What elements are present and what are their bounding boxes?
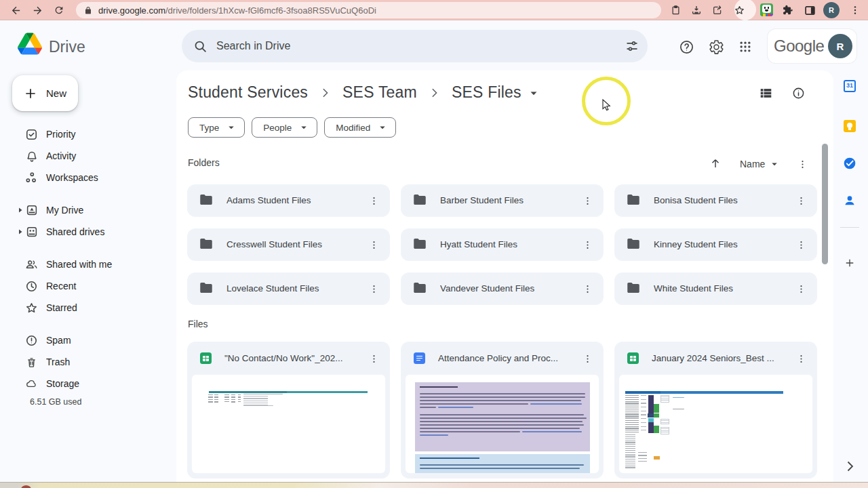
browser-reload-button[interactable] [50,1,68,19]
filter-chip-people[interactable]: People [252,117,317,138]
drive-logo[interactable] [18,33,42,55]
side-panel-button[interactable] [801,1,818,19]
sort-by-name-button[interactable]: Name [740,159,778,169]
folder-tile-vandever[interactable]: Vandever Student Files [401,272,604,305]
folder-more-options-button[interactable] [367,238,380,251]
google-account-chip[interactable]: Google R [768,29,856,63]
get-add-ons-button[interactable] [842,256,857,270]
bitmoji-extension-icon[interactable] [760,3,773,16]
address-bar[interactable]: drive.google.com/drive/folders/1hXcw-fGl… [76,2,661,18]
folder-more-options-button[interactable] [367,282,380,296]
sidebar-item-trash[interactable]: Trash [0,351,170,373]
folder-more-options-button[interactable] [367,194,380,207]
file-card-january-seniors[interactable]: January 2024 Seniors_Best ... [614,342,817,479]
folder-tile-white[interactable]: White Student Files [614,272,817,305]
folders-more-options-button[interactable] [796,157,808,171]
details-button[interactable] [789,83,808,102]
folder-more-options-button[interactable] [580,238,594,251]
folder-more-options-button[interactable] [794,282,808,296]
keep-icon [844,120,856,132]
filter-chip-type[interactable]: Type [188,117,245,138]
settings-button[interactable] [708,39,724,55]
browser-toolbar: drive.google.com/drive/folders/1hXcw-fGl… [0,0,868,20]
sidebar-item-spam[interactable]: Spam [0,329,170,351]
file-more-options-button[interactable] [794,352,808,365]
mouse-cursor [602,99,611,112]
workspaces-icon [25,171,38,184]
breadcrumb-dropdown-caret-icon[interactable] [530,87,538,99]
sidebar-item-my-drive[interactable]: My Drive [0,199,170,221]
info-icon [792,87,805,100]
browser-profile-avatar[interactable]: R [823,2,840,18]
contacts-app-button[interactable] [843,194,856,207]
expand-arrow-icon[interactable] [18,207,23,213]
folder-tile-cresswell[interactable]: Cresswell Student Files [187,228,390,261]
folder-icon [627,194,640,205]
folder-tile-adams[interactable]: Adams Student Files [187,184,390,217]
browser-back-button[interactable] [7,1,24,19]
search-options-tune-icon[interactable] [625,39,639,53]
file-more-options-button[interactable] [580,352,594,365]
sidebar-item-activity[interactable]: Activity [0,145,170,167]
kebab-menu-icon [369,283,379,295]
folder-more-options-button[interactable] [794,194,808,207]
chevron-down-icon [300,125,307,130]
side-panel-icon [804,5,816,16]
new-button[interactable]: New [12,75,78,111]
file-more-options-button[interactable] [367,352,380,365]
tasks-icon [843,157,856,170]
browser-menu-button[interactable] [846,1,864,19]
downloads-button[interactable] [688,1,705,19]
cloud-icon [25,378,38,390]
search-bar[interactable]: Search in Drive [182,30,648,62]
reading-list-button[interactable] [667,1,684,19]
star-outline-icon [25,302,38,314]
folder-tile-lovelace[interactable]: Lovelace Student Files [187,272,390,305]
kebab-menu-icon [797,159,808,170]
browser-forward-button[interactable] [28,1,46,19]
filter-chip-modified[interactable]: Modified [324,117,396,138]
workspace-side-panel: 31 [833,70,868,482]
breadcrumb-ses-team[interactable]: SES Team [342,83,417,102]
sidebar-item-priority[interactable]: Priority [0,123,170,145]
bookmark-star-button[interactable] [730,1,748,19]
folder-more-options-button[interactable] [580,282,594,296]
list-view-icon [760,88,772,98]
sort-direction-button[interactable] [709,157,723,171]
sidebar-item-starred[interactable]: Starred [0,297,170,319]
tasks-app-button[interactable] [843,157,856,170]
keep-app-button[interactable] [843,119,856,133]
search-placeholder: Search in Drive [216,40,290,52]
folder-tile-hyatt[interactable]: Hyatt Student Files [401,228,604,261]
google-apps-button[interactable] [737,39,753,55]
folder-more-options-button[interactable] [794,238,808,251]
folder-tile-kinney[interactable]: Kinney Student Files [614,228,817,261]
extensions-button[interactable] [778,1,796,19]
sidebar-item-shared-with-me[interactable]: Shared with me [0,253,170,275]
breadcrumb-student-services[interactable]: Student Services [188,83,308,102]
sidebar-item-storage[interactable]: Storage [0,373,170,394]
vertical-scrollbar[interactable] [822,144,828,264]
folder-tile-bonisa[interactable]: Bonisa Student Files [614,184,817,217]
bitmoji-eye [764,7,766,9]
file-card-attendance-policy[interactable]: Attendance Policy and Proc... [401,342,604,479]
kebab-menu-icon [369,195,379,207]
share-button[interactable] [709,1,726,19]
expand-arrow-icon[interactable] [18,229,23,235]
sidebar-item-recent[interactable]: Recent [0,275,170,297]
folder-more-options-button[interactable] [580,194,594,207]
folder-tile-barber[interactable]: Barber Student Files [401,184,604,217]
sidebar-item-workspaces[interactable]: Workspaces [0,167,170,188]
account-avatar[interactable]: R [828,34,852,58]
breadcrumb-ses-files[interactable]: SES Files [452,83,521,102]
list-view-toggle-button[interactable] [756,83,775,102]
calendar-app-button[interactable]: 31 [843,79,856,93]
hide-side-panel-button[interactable] [843,460,856,473]
kebab-menu-icon [583,239,593,251]
file-card-no-contact[interactable]: "No Contact/No Work"_202... [187,342,390,479]
taskbar-sliver [0,482,868,488]
search-icon [193,39,208,54]
bell-icon [25,150,38,163]
support-button[interactable] [678,39,694,55]
sidebar-item-shared-drives[interactable]: Shared drives [0,221,170,243]
